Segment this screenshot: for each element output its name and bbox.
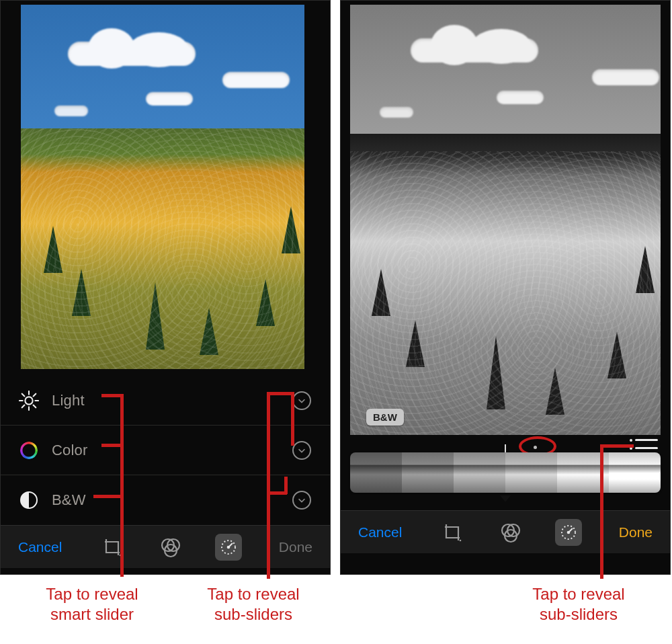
phone-left: Light Color B&W — [0, 0, 331, 575]
slider-tick — [505, 444, 506, 452]
foliage-texture — [350, 151, 661, 435]
color-ring-icon — [14, 442, 44, 459]
chevron-down-icon[interactable] — [292, 441, 311, 460]
bw-badge: B&W — [366, 409, 404, 426]
bw-circle-icon — [14, 491, 44, 509]
toolbar-tools — [439, 519, 582, 546]
crop-icon[interactable] — [439, 519, 466, 546]
sun-icon — [14, 391, 44, 411]
screenshot-pair: Light Color B&W — [0, 0, 672, 575]
cloud-shape — [380, 107, 413, 118]
captions: Tap to revealsmart slider Tap to reveals… — [0, 575, 672, 625]
slider-thumb[interactable] — [402, 452, 454, 493]
svg-line-8 — [22, 405, 25, 407]
cloud-shape — [146, 92, 193, 106]
caption-right: Tap to revealsub-sliders — [495, 584, 663, 625]
adjustment-rows: Light Color B&W — [1, 369, 330, 525]
svg-point-16 — [459, 539, 461, 541]
cloud-shape — [222, 72, 290, 88]
slider-thumb[interactable] — [454, 452, 505, 493]
slider-thumb[interactable] — [609, 452, 661, 493]
caption-left: Tap to revealsmart slider — [15, 584, 169, 625]
original-dot — [534, 446, 537, 449]
svg-line-15 — [228, 543, 233, 547]
svg-line-5 — [22, 393, 25, 396]
crop-icon[interactable] — [99, 534, 126, 561]
adjust-dial-icon[interactable] — [215, 534, 242, 561]
done-button[interactable]: Done — [615, 524, 657, 541]
svg-line-22 — [569, 528, 573, 532]
toolbar-tools — [99, 534, 242, 561]
toolbar: Cancel — [341, 510, 670, 553]
svg-point-9 — [119, 554, 121, 556]
cloud-shape — [68, 42, 196, 66]
slider-thumb[interactable] — [350, 452, 402, 493]
slider-thumb[interactable] — [557, 452, 609, 493]
row-bw-label: B&W — [44, 491, 292, 509]
photo-preview-bw[interactable]: B&W — [350, 5, 661, 435]
cloud-shape — [497, 91, 544, 104]
photo-preview[interactable] — [21, 5, 304, 369]
slider-thumb[interactable] — [505, 452, 557, 493]
cancel-button[interactable]: Cancel — [14, 538, 66, 556]
slider-caret — [500, 495, 511, 502]
svg-point-0 — [25, 397, 32, 404]
toolbar: Cancel — [1, 525, 330, 568]
cloud-shape — [54, 106, 88, 116]
smart-slider[interactable] — [377, 447, 634, 498]
cancel-button[interactable]: Cancel — [354, 524, 406, 541]
filters-icon[interactable] — [497, 519, 524, 546]
caption-mid: Tap to revealsub-sliders — [176, 584, 331, 625]
cloud-shape — [411, 38, 538, 63]
row-color[interactable]: Color — [1, 426, 330, 475]
row-bw[interactable]: B&W — [1, 475, 330, 525]
slider-thumbnails[interactable] — [350, 452, 661, 493]
svg-line-7 — [34, 393, 36, 396]
row-light-label: Light — [44, 392, 292, 409]
row-light[interactable]: Light — [1, 376, 330, 426]
adjust-dial-icon[interactable] — [555, 519, 582, 546]
chevron-down-icon[interactable] — [292, 491, 311, 510]
foliage-texture — [21, 128, 304, 369]
filters-icon[interactable] — [157, 534, 184, 561]
phone-right: B&W Cancel — [340, 0, 671, 575]
row-color-label: Color — [44, 442, 292, 459]
done-button[interactable]: Done — [275, 538, 317, 556]
svg-line-6 — [34, 405, 36, 407]
chevron-down-icon[interactable] — [292, 391, 311, 410]
cloud-shape — [592, 69, 659, 85]
